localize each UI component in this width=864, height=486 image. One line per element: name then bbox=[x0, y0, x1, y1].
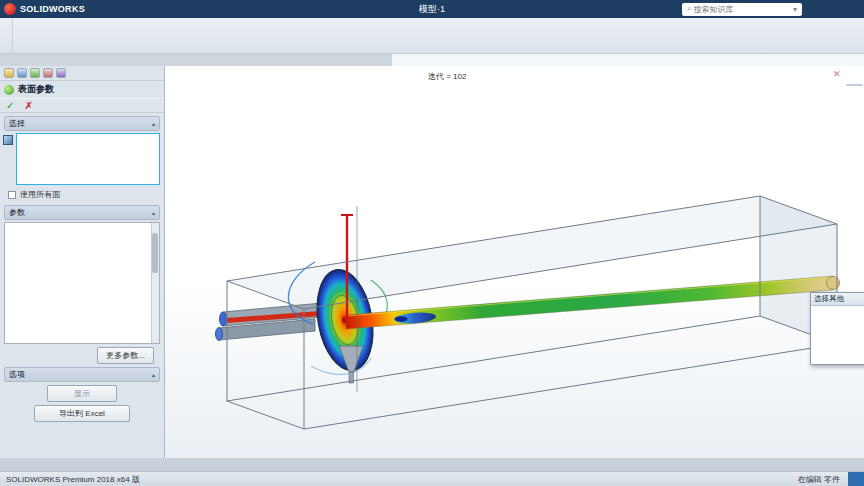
popup-item-list bbox=[811, 306, 864, 364]
parameters-scrollbar[interactable] bbox=[151, 223, 159, 343]
popup-title: 选择其他 bbox=[814, 294, 844, 304]
status-edit-mode-text: 在编辑 零件 bbox=[798, 472, 840, 486]
model-scene bbox=[165, 66, 864, 458]
options-section-label: 选项 bbox=[9, 369, 25, 380]
ribbon-left-group bbox=[0, 18, 13, 53]
use-all-faces-row[interactable]: 使用所有面 bbox=[0, 187, 164, 202]
command-manager-tabs bbox=[0, 54, 392, 66]
viewport-right-toolbar bbox=[846, 84, 863, 86]
tab-row-filler bbox=[392, 54, 864, 66]
selection-section-label: 选择 bbox=[9, 118, 25, 129]
faces-selection-listbox[interactable] bbox=[16, 133, 160, 185]
ok-icon[interactable]: ✓ bbox=[6, 100, 14, 111]
ribbon bbox=[0, 18, 864, 54]
dimxpert-tab-icon[interactable] bbox=[43, 68, 53, 78]
search-box[interactable]: ⌕ ▾ bbox=[682, 3, 802, 16]
surface-parameters-icon bbox=[4, 85, 14, 95]
property-manager-panel: 表面参数 ✓ ✗ 选择 ▴ 使用所有面 参数 ▴ 更多参数... 选项 ▴ 显示… bbox=[0, 66, 165, 458]
panel-title-row: 表面参数 bbox=[0, 81, 164, 98]
collapse-icon: ▴ bbox=[152, 371, 155, 378]
iteration-counter: 迭代 = 102 bbox=[428, 71, 466, 82]
collapse-icon: ▴ bbox=[152, 209, 155, 216]
propertymanager-tab-icon[interactable] bbox=[17, 68, 27, 78]
status-version-text: SOLIDWORKS Premium 2018 x64 版 bbox=[6, 472, 140, 486]
select-other-popup: 选择其他 ✕ bbox=[810, 292, 864, 365]
document-title: 模型·1 bbox=[419, 3, 445, 16]
export-excel-button[interactable]: 导出到 Excel bbox=[34, 405, 130, 422]
app-name: SOLIDWORKS bbox=[20, 4, 85, 14]
title-bar: SOLIDWORKS 模型·1 ⌕ ▾ bbox=[0, 0, 864, 18]
featuremanager-tab-icon[interactable] bbox=[4, 68, 14, 78]
display-manager-tab-icon[interactable] bbox=[56, 68, 66, 78]
parameters-section-header[interactable]: 参数 ▴ bbox=[4, 205, 160, 220]
selection-cube-icon bbox=[3, 135, 13, 145]
use-all-faces-label: 使用所有面 bbox=[20, 189, 60, 200]
selection-section-header[interactable]: 选择 ▴ bbox=[4, 116, 160, 131]
show-button[interactable]: 显示 bbox=[47, 385, 117, 402]
confirm-row: ✓ ✗ bbox=[0, 98, 164, 113]
popup-title-bar[interactable]: 选择其他 ✕ bbox=[811, 293, 864, 306]
status-corner-badge bbox=[848, 472, 864, 486]
property-manager-tab-strip bbox=[0, 66, 164, 81]
viewport-close-icon[interactable]: ✕ bbox=[833, 69, 841, 79]
configurations-tab-icon[interactable] bbox=[30, 68, 40, 78]
use-all-faces-checkbox[interactable] bbox=[8, 191, 16, 199]
cancel-icon[interactable]: ✗ bbox=[24, 100, 32, 111]
parameters-section-label: 参数 bbox=[9, 207, 25, 218]
more-parameters-button[interactable]: 更多参数... bbox=[97, 347, 154, 364]
bottom-tab-bar bbox=[0, 458, 864, 471]
collapse-icon: ▴ bbox=[152, 120, 155, 127]
status-bar: SOLIDWORKS Premium 2018 x64 版 在编辑 零件 bbox=[0, 471, 864, 486]
options-section-header[interactable]: 选项 ▴ bbox=[4, 367, 160, 382]
search-chevron-icon[interactable]: ▾ bbox=[791, 5, 799, 14]
ds-logo-icon bbox=[4, 3, 16, 15]
graphics-viewport[interactable] bbox=[165, 66, 864, 458]
parameters-list[interactable] bbox=[4, 222, 160, 344]
search-input[interactable] bbox=[693, 5, 791, 14]
search-icon: ⌕ bbox=[685, 4, 693, 14]
panel-title: 表面参数 bbox=[18, 83, 54, 96]
